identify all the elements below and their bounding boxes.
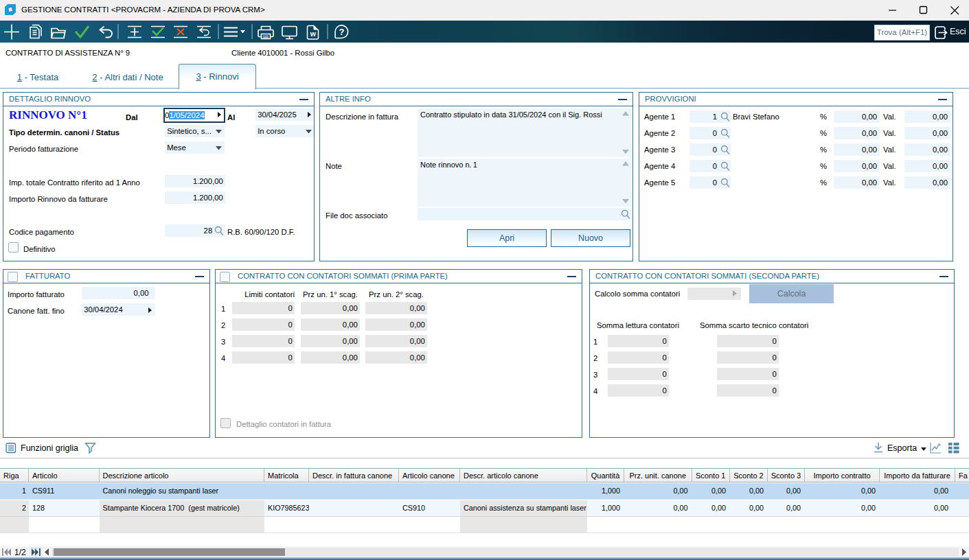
svg-text:?: ? [339, 27, 345, 37]
svg-text:w: w [310, 30, 317, 38]
